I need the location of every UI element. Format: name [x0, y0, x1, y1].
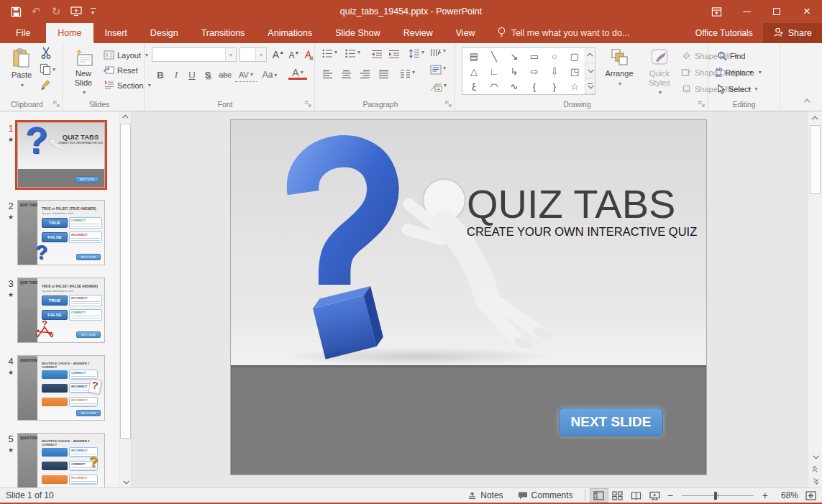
clear-formatting-icon[interactable] — [301, 47, 316, 62]
shape-arc[interactable]: ◠ — [484, 79, 504, 94]
shrink-font-icon[interactable]: A▼ — [287, 48, 301, 63]
normal-view-button[interactable] — [590, 488, 608, 503]
font-name-dropdown-icon[interactable]: ▾ — [225, 48, 236, 61]
tab-file[interactable]: File — [0, 23, 46, 43]
shape-triangle[interactable]: △ — [464, 64, 484, 79]
columns-icon[interactable] — [400, 69, 415, 78]
font-color-icon[interactable]: A — [288, 67, 307, 80]
decrease-indent-icon[interactable] — [371, 49, 383, 62]
slide-thumbnail-2[interactable]: QUIZ TABS TRUE or FALSE? (TRUE ANSWER) T… — [17, 200, 105, 265]
thumbnail-scrollbar[interactable] — [119, 111, 131, 487]
find-button[interactable]: Find — [717, 48, 745, 63]
animation-star-icon[interactable]: ★ — [8, 369, 14, 376]
editor-scroll-thumb[interactable] — [810, 125, 821, 194]
shape-line[interactable]: ╲ — [484, 49, 504, 64]
fit-slide-to-window-button[interactable] — [798, 488, 822, 503]
align-text-icon[interactable] — [430, 65, 446, 75]
customize-qat-icon[interactable]: ▾ — [88, 6, 98, 17]
character-spacing-icon[interactable]: AV — [235, 68, 257, 82]
slide-canvas[interactable]: QUIZ TABS CREATE YOUR OWN INTERACTIVE QU… — [230, 119, 707, 475]
slide-sorter-view-button[interactable] — [608, 488, 627, 503]
zoom-level[interactable]: 68% — [771, 490, 798, 500]
ribbon-display-options-icon[interactable] — [701, 0, 731, 23]
start-from-beginning-icon[interactable] — [68, 3, 85, 20]
cut-icon[interactable] — [40, 47, 52, 62]
align-left-icon[interactable] — [322, 69, 333, 82]
increase-indent-icon[interactable] — [388, 49, 400, 62]
tab-transitions[interactable]: Transitions — [190, 23, 257, 43]
justify-icon[interactable] — [378, 69, 389, 82]
font-size-dropdown-icon[interactable]: ▾ — [255, 48, 266, 61]
convert-smartart-icon[interactable] — [430, 82, 447, 92]
shape-right-brace[interactable]: } — [544, 79, 565, 94]
editor-scroll-down-icon[interactable] — [810, 451, 821, 462]
thumbnail-scroll-up-icon[interactable] — [120, 111, 131, 123]
font-size-combobox[interactable]: ▾ — [239, 47, 267, 62]
slide-thumbnail-3[interactable]: QUIZ TABS TRUE or FALSE? (FALSE ANSWER) … — [17, 278, 105, 343]
redo-icon[interactable]: ↻ — [47, 3, 65, 20]
italic-icon[interactable]: I — [169, 68, 183, 82]
select-button[interactable]: Select — [717, 81, 758, 96]
copy-icon[interactable] — [40, 63, 55, 75]
bold-icon[interactable]: B — [153, 68, 168, 82]
tab-design[interactable]: Design — [139, 23, 190, 43]
thumbnail-scroll-thumb[interactable] — [120, 124, 131, 439]
align-center-icon[interactable] — [341, 69, 352, 82]
shape-elbow-arrow[interactable]: ↳ — [504, 64, 524, 79]
minimize-button[interactable] — [731, 0, 762, 23]
shape-right-arrow[interactable]: ⇨ — [524, 64, 544, 79]
animation-star-icon[interactable]: ★ — [8, 446, 14, 454]
paste-button[interactable]: Paste — [6, 45, 37, 88]
text-shadow-icon[interactable]: S — [201, 68, 215, 82]
slideshow-view-button[interactable] — [646, 488, 665, 503]
tab-view[interactable]: View — [444, 23, 487, 43]
paragraph-dialog-launcher-icon[interactable] — [445, 101, 452, 108]
zoom-out-button[interactable]: − — [665, 490, 676, 501]
shape-left-brace[interactable]: { — [524, 79, 544, 94]
shape-curve[interactable]: ∿ — [504, 79, 524, 94]
font-name-combobox[interactable]: ▾ — [152, 47, 237, 62]
tab-insert[interactable]: Insert — [93, 23, 139, 43]
next-slide-icon[interactable] — [810, 475, 821, 487]
quick-styles-button[interactable]: Quick Styles — [641, 45, 678, 96]
previous-slide-icon[interactable] — [810, 464, 821, 475]
zoom-in-button[interactable]: + — [759, 490, 771, 501]
arrange-button[interactable]: Arrange — [599, 45, 639, 87]
share-button[interactable]: Share — [763, 23, 822, 43]
account-name[interactable]: Office Tutorials — [695, 23, 753, 43]
format-painter-icon[interactable] — [40, 79, 52, 94]
animation-star-icon[interactable]: ★ — [8, 291, 14, 298]
next-slide-button[interactable]: NEXT SLIDE — [559, 408, 663, 436]
zoom-slider[interactable] — [682, 495, 754, 496]
replace-button[interactable]: abac Replace — [716, 65, 762, 80]
zoom-slider-thumb[interactable] — [714, 492, 717, 500]
shape-star[interactable]: ☆ — [565, 79, 585, 94]
shape-line-arrow[interactable]: ↘ — [504, 49, 524, 64]
strikethrough-icon[interactable]: abc — [216, 68, 234, 82]
shape-gallery-more-icon[interactable] — [585, 79, 595, 94]
font-dialog-launcher-icon[interactable] — [305, 101, 312, 108]
shape-text-box[interactable]: ▤ — [464, 49, 484, 64]
shape-gallery-scroll-down-icon[interactable] — [585, 63, 595, 78]
layout-button[interactable]: Layout — [104, 47, 148, 63]
reset-button[interactable]: Reset — [104, 63, 138, 78]
drawing-dialog-launcher-icon[interactable] — [698, 101, 705, 108]
shape-down-arrow[interactable]: ⇩ — [544, 64, 565, 79]
slide-subtitle[interactable]: CREATE YOUR OWN INTERACTIVE QUIZ — [467, 225, 670, 239]
new-slide-button[interactable]: New Slide — [68, 45, 99, 96]
editor-scroll-up-icon[interactable] — [810, 113, 821, 124]
bullets-icon[interactable] — [322, 49, 337, 58]
tab-slideshow[interactable]: Slide Show — [324, 23, 392, 43]
tab-animations[interactable]: Animations — [256, 23, 324, 43]
slide-indicator[interactable]: Slide 1 of 10 — [0, 490, 54, 500]
animation-star-icon[interactable]: ★ — [8, 136, 14, 143]
shape-corner[interactable]: ◳ — [565, 64, 585, 79]
line-spacing-icon[interactable] — [408, 49, 424, 58]
align-right-icon[interactable] — [360, 69, 370, 82]
tab-home[interactable]: Home — [46, 23, 93, 43]
editor-scrollbar[interactable] — [808, 111, 822, 487]
grow-font-icon[interactable]: A▲ — [271, 47, 286, 62]
text-direction-icon[interactable] — [430, 47, 446, 58]
notes-button[interactable]: Notes — [460, 488, 510, 503]
animation-star-icon[interactable]: ★ — [8, 214, 14, 221]
